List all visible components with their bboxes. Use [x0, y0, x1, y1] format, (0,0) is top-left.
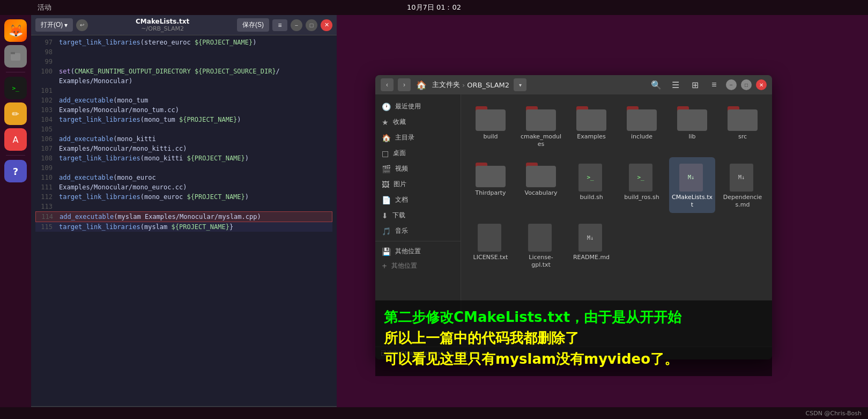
file-label: README.md: [573, 254, 610, 261]
folder-icon-cmake-modules: [526, 105, 556, 131]
fm-titlebar: ‹ › 🏠 主文件夹 › ORB_SLAM2 ▾ 🔍 ☰ ⊞ ≡ − □ ✕: [375, 75, 772, 94]
code-line-108: 108 target_link_libraries(mono_kitti ${P…: [35, 153, 332, 163]
code-line-105: 105: [35, 124, 332, 134]
annotation-line1: 第二步修改CMakeLists.txt，由于是从开开始: [384, 307, 763, 328]
code-line-114: 114 add_executable(myslam Examples/Monoc…: [35, 211, 332, 222]
list-item[interactable]: include: [619, 101, 665, 153]
list-item[interactable]: LICENSE.txt: [468, 217, 514, 274]
download-icon: ⬇: [382, 211, 388, 220]
list-item[interactable]: M↓ Dependencies.md: [719, 157, 766, 214]
sidebar-item-recent[interactable]: 🕐 最近使用: [375, 99, 461, 114]
list-item[interactable]: Thirdparty: [468, 157, 514, 214]
sidebar-item-pictures[interactable]: 🖼 图片: [375, 177, 461, 192]
save-button[interactable]: 保存(S): [237, 18, 269, 32]
sidebar-add-bookmark[interactable]: + 其他位置: [375, 259, 461, 273]
dock-item-appstore[interactable]: A: [4, 128, 27, 151]
view-button[interactable]: ☰: [668, 77, 683, 92]
editor-window: 打开(O) ▾ ↩ CMakeLists.txt ~/ORB_SLAM2 保存(…: [31, 15, 337, 419]
file-icon-readme: M↓: [578, 222, 604, 252]
close-button[interactable]: ✕: [321, 19, 332, 31]
sidebar-item-music[interactable]: 🎵 音乐: [375, 223, 461, 239]
breadcrumb: 主文件夹 › ORB_SLAM2 ▾: [432, 78, 644, 91]
menu-button[interactable]: ≡: [272, 19, 287, 31]
list-item[interactable]: >_ build_ros.sh: [619, 157, 665, 214]
list-item[interactable]: License-gpl.txt: [518, 217, 564, 274]
system-time: 10月7日 01：02: [407, 3, 461, 12]
code-area[interactable]: 97 target_link_libraries(stereo_euroc ${…: [31, 38, 337, 404]
code-line-100b: Examples/Monocular): [35, 76, 332, 86]
code-line-111: 111 Examples/Monocular/mono_euroc.cc): [35, 182, 332, 192]
sidebar-item-downloads[interactable]: ⬇ 下载: [375, 208, 461, 223]
bottom-bar: CSDN @Chris-Bosh: [0, 407, 868, 419]
home-icon: 🏠: [382, 134, 391, 142]
dock-item-firefox[interactable]: 🦊: [4, 19, 27, 42]
dock-item-editor[interactable]: ✏: [4, 102, 27, 125]
code-line-99: 99: [35, 57, 332, 67]
folder-icon-examples: [576, 105, 606, 131]
list-item[interactable]: src: [719, 101, 766, 153]
sidebar-item-videos[interactable]: 🎬 视频: [375, 161, 461, 177]
list-item[interactable]: Vocabulary: [518, 157, 564, 214]
list-item[interactable]: cmake_modules: [518, 101, 564, 153]
fm-minimize-button[interactable]: −: [726, 79, 737, 90]
file-icon-cmakelists: M↓: [679, 161, 705, 192]
fm-menu-button[interactable]: ≡: [707, 77, 722, 92]
search-button[interactable]: 🔍: [649, 77, 664, 92]
dock-item-files[interactable]: [4, 45, 27, 68]
file-label: src: [738, 133, 747, 141]
music-icon: 🎵: [382, 227, 391, 236]
fm-maximize-button[interactable]: □: [741, 79, 752, 90]
desktop-icon: □: [382, 149, 389, 158]
dock-divider-2: [6, 155, 25, 156]
home-button[interactable]: 🏠: [415, 78, 428, 91]
forward-button[interactable]: ›: [398, 78, 411, 91]
file-label: build_ros.sh: [624, 194, 659, 201]
code-line-112: 112 target_link_libraries(mono_euroc ${P…: [35, 192, 332, 202]
list-item[interactable]: build: [468, 101, 514, 153]
list-item[interactable]: M↓ README.md: [568, 217, 614, 274]
folder-icon-build: [476, 105, 506, 131]
activity-label: 活动: [31, 0, 58, 15]
path-dropdown-button[interactable]: ▾: [514, 78, 526, 91]
list-item[interactable]: M↓ CMakeLists.txt: [669, 157, 715, 214]
doc-icon: 📄: [382, 196, 391, 204]
file-label: build.sh: [580, 194, 603, 201]
maximize-button[interactable]: □: [306, 19, 317, 31]
sidebar-item-docs[interactable]: 📄 文档: [375, 192, 461, 208]
file-icon-dependencies: M↓: [730, 161, 755, 192]
sidebar-item-home[interactable]: 🏠 主目录: [375, 130, 461, 145]
path-segment-orbslam2[interactable]: ORB_SLAM2: [467, 81, 509, 89]
bottom-credit: CSDN @Chris-Bosh: [806, 410, 862, 417]
file-icon-buildrossh: >_: [629, 161, 655, 192]
history-button[interactable]: ↩: [76, 19, 88, 31]
folder-icon-include: [627, 105, 657, 131]
dock-item-terminal[interactable]: >_: [4, 77, 27, 99]
file-label: LICENSE.txt: [473, 254, 508, 261]
sidebar-item-desktop[interactable]: □ 桌面: [375, 145, 461, 161]
path-segment-home[interactable]: 主文件夹: [432, 80, 460, 90]
view-toggle-button[interactable]: ⊞: [687, 77, 702, 92]
picture-icon: 🖼: [382, 180, 389, 189]
sidebar-item-bookmarks[interactable]: ★ 收藏: [375, 114, 461, 130]
list-item[interactable]: Examples: [568, 101, 614, 153]
sidebar-item-other[interactable]: 💾 其他位置: [375, 244, 461, 259]
file-label: Examples: [577, 133, 605, 141]
list-item[interactable]: lib: [669, 101, 715, 153]
code-line-104: 104 target_link_libraries(mono_tum ${PRO…: [35, 115, 332, 124]
folder-icon-src: [728, 105, 758, 131]
file-label: include: [631, 133, 652, 141]
folder-icon-thirdparty: [476, 161, 506, 187]
code-line-101: 101: [35, 86, 332, 95]
file-grid: build cmake_modules Examples: [468, 101, 766, 274]
code-line-102: 102 add_executable(mono_tum: [35, 95, 332, 105]
list-item[interactable]: >_ build.sh: [568, 157, 614, 214]
fm-close-button[interactable]: ✕: [756, 79, 767, 90]
back-button[interactable]: ‹: [381, 78, 394, 91]
open-button[interactable]: 打开(O) ▾: [35, 18, 73, 32]
editor-content: 97 target_link_libraries(stereo_euroc ${…: [31, 35, 337, 406]
code-line-106: 106 add_executable(mono_kitti: [35, 134, 332, 144]
editor-titlebar: 打开(O) ▾ ↩ CMakeLists.txt ~/ORB_SLAM2 保存(…: [31, 15, 337, 35]
minimize-button[interactable]: −: [291, 19, 302, 31]
dock-item-help[interactable]: ?: [4, 160, 27, 182]
open-dropdown-icon[interactable]: ▾: [64, 21, 68, 29]
